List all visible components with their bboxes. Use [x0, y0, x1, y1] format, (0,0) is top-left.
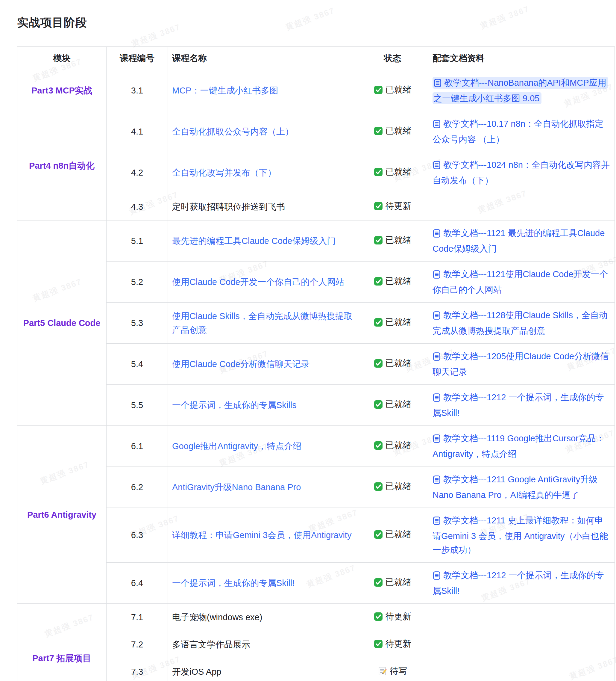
status-check-icon — [374, 358, 383, 372]
status-check-icon — [374, 577, 383, 591]
course-name-cell: 详细教程：申请Gemini 3会员，使用Antigravity — [168, 508, 357, 563]
status-check-icon — [374, 126, 383, 139]
status-check-icon — [374, 529, 383, 543]
status-check-icon — [374, 317, 383, 331]
course-name-link[interactable]: 全自动化改写并发布（下） — [172, 168, 276, 177]
course-number-cell: 6.2 — [107, 467, 168, 508]
doc-link-body: 教学文档---1128使用Claude Skills，全自动完成从微博热搜提取产… — [432, 310, 608, 335]
course-name-cell: MCP：一键生成小红书多图 — [168, 70, 357, 111]
doc-link-text: 教学文档---1212 一个提示词，生成你的专属Skill! — [432, 393, 604, 418]
doc-icon — [432, 474, 441, 488]
status-cell: 已就绪 — [357, 70, 428, 111]
course-name-text: 电子宠物(windows exe) — [172, 612, 262, 622]
status-label: 已就绪 — [385, 399, 411, 409]
status-check-icon — [374, 638, 383, 652]
status-check-icon — [374, 276, 383, 290]
status-check-icon — [374, 84, 383, 98]
status-label: 已就绪 — [385, 85, 411, 94]
doc-link[interactable]: 教学文档---NanoBanana的API和MCP应用之一键生成小红书多图 9.… — [432, 77, 608, 104]
doc-icon — [432, 351, 441, 365]
doc-link[interactable]: 教学文档---1119 Google推出Cursor竞品：Antigravity… — [432, 433, 605, 459]
column-header-module: 模块 — [17, 47, 107, 70]
doc-link[interactable]: 教学文档---1128使用Claude Skills，全自动完成从微博热搜提取产… — [432, 310, 608, 335]
status-cell: 已就绪 — [357, 111, 428, 152]
course-name-cell: 全自动化抓取公众号内容（上） — [168, 111, 357, 152]
course-name-link[interactable]: AntiGravity升级Nano Banana Pro — [172, 482, 301, 492]
watermark-text: 黄超强 3867 — [479, 4, 531, 31]
doc-link-text: 教学文档---1205使用Claude Code分析微信聊天记录 — [432, 351, 609, 377]
doc-cell — [428, 631, 615, 658]
status-cell: 已就绪 — [357, 467, 428, 508]
module-cell: Part5 Claude Code — [17, 221, 107, 426]
status-check-icon — [374, 235, 383, 249]
doc-cell: 教学文档---1121使用Claude Code开发一个你自己的个人网站 — [428, 261, 615, 303]
doc-cell: 教学文档---10.17 n8n：全自动化抓取指定公众号内容 （上） — [428, 111, 615, 152]
doc-link-body: 教学文档---1211 Google AntiGravity升级Nano Ban… — [432, 475, 597, 500]
doc-link[interactable]: 教学文档---10.17 n8n：全自动化抓取指定公众号内容 （上） — [432, 119, 604, 144]
doc-link[interactable]: 教学文档---1024 n8n：全自动化改写内容并自动发布（下） — [432, 160, 610, 185]
course-name-link[interactable]: 最先进的编程工具Claude Code保姆级入门 — [172, 236, 336, 246]
doc-link-text: 教学文档---1121 最先进的编程工具Claude Code保姆级入门 — [432, 228, 605, 253]
doc-link-highlight: 教学文档---NanoBanana的API和MCP应用之一键生成小红书多图 9.… — [432, 77, 608, 104]
status-cell: 待更新 — [357, 631, 428, 658]
course-number-cell: 6.4 — [107, 563, 168, 604]
course-name-link[interactable]: MCP：一键生成小红书多图 — [172, 86, 278, 95]
module-label: Part3 MCP实战 — [31, 86, 92, 95]
doc-cell: 教学文档---1205使用Claude Code分析微信聊天记录 — [428, 344, 615, 385]
course-number-cell: 3.1 — [107, 70, 168, 111]
doc-icon — [432, 433, 441, 447]
course-name-cell: 最先进的编程工具Claude Code保姆级入门 — [168, 221, 357, 261]
course-name-cell: Google推出Antigravity，特点介绍 — [168, 426, 357, 467]
module-cell: Part3 MCP实战 — [17, 70, 107, 111]
doc-icon — [432, 119, 441, 132]
status-check-icon — [374, 201, 383, 215]
course-name-link[interactable]: 全自动化抓取公众号内容（上） — [172, 127, 294, 136]
status-label: 已就绪 — [385, 529, 411, 539]
status-label: 已就绪 — [385, 577, 411, 587]
doc-link[interactable]: 教学文档---1211 史上最详细教程：如何申请Gemini 3 会员，使用 A… — [432, 515, 608, 555]
status-cell: 已就绪 — [357, 261, 428, 303]
course-name-text: 定时获取招聘职位推送到飞书 — [172, 202, 285, 211]
course-name-link[interactable]: 使用Claude Code分析微信聊天记录 — [172, 359, 310, 369]
course-name-cell: 一个提示词，生成你的专属Skill! — [168, 563, 357, 604]
doc-cell: 教学文档---1212 一个提示词，生成你的专属Skill! — [428, 563, 615, 604]
status-cell: 已就绪 — [357, 303, 428, 344]
course-name-link[interactable]: 使用Claude Skills，全自动完成从微博热搜提取产品创意 — [172, 311, 353, 335]
status-label: 待更新 — [385, 639, 411, 648]
course-name-link[interactable]: 使用Claude Code开发一个你自己的个人网站 — [172, 277, 344, 287]
doc-link-body: 教学文档---1121使用Claude Code开发一个你自己的个人网站 — [432, 269, 608, 295]
doc-link[interactable]: 教学文档---1212 一个提示词，生成你的专属Skill! — [432, 393, 604, 418]
course-name-cell: 使用Claude Code开发一个你自己的个人网站 — [168, 261, 357, 303]
doc-link[interactable]: 教学文档---1212 一个提示词，生成你的专属Skill! — [432, 571, 604, 596]
doc-cell: 教学文档---1024 n8n：全自动化改写内容并自动发布（下） — [428, 152, 615, 193]
doc-icon — [432, 392, 441, 406]
doc-link-text: 教学文档---1211 史上最详细教程：如何申请Gemini 3 会员，使用 A… — [432, 515, 608, 555]
doc-cell: 教学文档---1121 最先进的编程工具Claude Code保姆级入门 — [428, 221, 615, 261]
status-cell: 已就绪 — [357, 385, 428, 426]
status-label: 待写 — [390, 666, 407, 676]
table-row: 5.3使用Claude Skills，全自动完成从微博热搜提取产品创意已就绪教学… — [17, 303, 615, 344]
doc-cell — [428, 193, 615, 221]
doc-link[interactable]: 教学文档---1121 最先进的编程工具Claude Code保姆级入门 — [432, 228, 605, 253]
module-cell: Part6 Antigravity — [17, 426, 107, 604]
course-name-link[interactable]: Google推出Antigravity，特点介绍 — [172, 441, 301, 451]
table-row: Part5 Claude Code5.1最先进的编程工具Claude Code保… — [17, 221, 615, 261]
doc-link[interactable]: 教学文档---1121使用Claude Code开发一个你自己的个人网站 — [432, 269, 608, 295]
doc-cell: 教学文档---1212 一个提示词，生成你的专属Skill! — [428, 385, 615, 426]
course-number-cell: 5.5 — [107, 385, 168, 426]
doc-icon — [432, 269, 441, 283]
course-number-cell: 5.1 — [107, 221, 168, 261]
doc-cell: 教学文档---1119 Google推出Cursor竞品：Antigravity… — [428, 426, 615, 467]
doc-link-body: 教学文档---1211 史上最详细教程：如何申请Gemini 3 会员，使用 A… — [432, 515, 608, 555]
doc-link-text: 教学文档---1211 Google AntiGravity升级Nano Ban… — [432, 475, 597, 500]
course-name-link[interactable]: 一个提示词，生成你的专属Skills — [172, 400, 297, 410]
doc-icon — [433, 78, 442, 92]
table-row: 4.3定时获取招聘职位推送到飞书待更新 — [17, 193, 615, 221]
doc-link[interactable]: 教学文档---1205使用Claude Code分析微信聊天记录 — [432, 351, 609, 377]
course-name-link[interactable]: 详细教程：申请Gemini 3会员，使用Antigravity — [172, 530, 351, 540]
status-cell: 已就绪 — [357, 426, 428, 467]
module-label: Part4 n8n自动化 — [29, 161, 95, 171]
doc-link[interactable]: 教学文档---1211 Google AntiGravity升级Nano Ban… — [432, 475, 597, 500]
course-name-cell: 全自动化改写并发布（下） — [168, 152, 357, 193]
course-name-link[interactable]: 一个提示词，生成你的专属Skill! — [172, 578, 295, 588]
